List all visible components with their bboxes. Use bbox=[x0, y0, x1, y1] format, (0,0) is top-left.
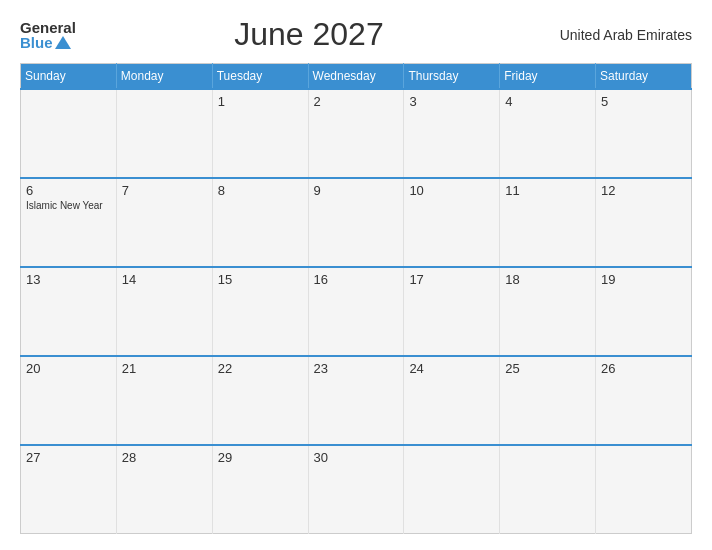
calendar-cell: 30 bbox=[308, 445, 404, 534]
page-header: General Blue June 2027 United Arab Emira… bbox=[20, 16, 692, 53]
day-of-week-thursday: Thursday bbox=[404, 64, 500, 90]
calendar-cell: 16 bbox=[308, 267, 404, 356]
day-number: 24 bbox=[409, 361, 494, 376]
calendar-cell bbox=[21, 89, 117, 178]
day-number: 30 bbox=[314, 450, 399, 465]
day-number: 7 bbox=[122, 183, 207, 198]
calendar-week-1: 12345 bbox=[21, 89, 692, 178]
calendar-body: 123456Islamic New Year789101112131415161… bbox=[21, 89, 692, 534]
day-number: 26 bbox=[601, 361, 686, 376]
logo: General Blue bbox=[20, 20, 76, 50]
day-number: 17 bbox=[409, 272, 494, 287]
calendar-cell: 26 bbox=[596, 356, 692, 445]
calendar-cell: 11 bbox=[500, 178, 596, 267]
day-of-week-wednesday: Wednesday bbox=[308, 64, 404, 90]
calendar-week-3: 13141516171819 bbox=[21, 267, 692, 356]
day-number: 5 bbox=[601, 94, 686, 109]
day-of-week-sunday: Sunday bbox=[21, 64, 117, 90]
day-number: 4 bbox=[505, 94, 590, 109]
day-number: 1 bbox=[218, 94, 303, 109]
day-of-week-monday: Monday bbox=[116, 64, 212, 90]
calendar-cell: 6Islamic New Year bbox=[21, 178, 117, 267]
day-number: 14 bbox=[122, 272, 207, 287]
calendar-cell: 9 bbox=[308, 178, 404, 267]
calendar-cell: 15 bbox=[212, 267, 308, 356]
day-number: 3 bbox=[409, 94, 494, 109]
day-number: 13 bbox=[26, 272, 111, 287]
day-number: 25 bbox=[505, 361, 590, 376]
calendar-cell bbox=[500, 445, 596, 534]
calendar-cell: 10 bbox=[404, 178, 500, 267]
calendar-cell: 24 bbox=[404, 356, 500, 445]
day-number: 22 bbox=[218, 361, 303, 376]
day-number: 8 bbox=[218, 183, 303, 198]
calendar-cell: 17 bbox=[404, 267, 500, 356]
calendar-cell: 19 bbox=[596, 267, 692, 356]
day-number: 16 bbox=[314, 272, 399, 287]
calendar-cell: 28 bbox=[116, 445, 212, 534]
calendar-cell: 4 bbox=[500, 89, 596, 178]
day-number: 20 bbox=[26, 361, 111, 376]
day-number: 12 bbox=[601, 183, 686, 198]
calendar-cell: 25 bbox=[500, 356, 596, 445]
month-title: June 2027 bbox=[76, 16, 542, 53]
day-number: 15 bbox=[218, 272, 303, 287]
day-number: 2 bbox=[314, 94, 399, 109]
logo-triangle-icon bbox=[55, 36, 71, 49]
calendar-cell: 12 bbox=[596, 178, 692, 267]
day-of-week-tuesday: Tuesday bbox=[212, 64, 308, 90]
calendar-cell: 20 bbox=[21, 356, 117, 445]
calendar-cell: 2 bbox=[308, 89, 404, 178]
calendar-week-5: 27282930 bbox=[21, 445, 692, 534]
day-number: 11 bbox=[505, 183, 590, 198]
calendar-cell: 29 bbox=[212, 445, 308, 534]
calendar-header: SundayMondayTuesdayWednesdayThursdayFrid… bbox=[21, 64, 692, 90]
calendar-cell: 21 bbox=[116, 356, 212, 445]
day-of-week-friday: Friday bbox=[500, 64, 596, 90]
calendar-cell: 13 bbox=[21, 267, 117, 356]
day-number: 10 bbox=[409, 183, 494, 198]
calendar-cell: 7 bbox=[116, 178, 212, 267]
event-label: Islamic New Year bbox=[26, 200, 111, 211]
calendar-cell: 14 bbox=[116, 267, 212, 356]
country-label: United Arab Emirates bbox=[542, 27, 692, 43]
day-number: 18 bbox=[505, 272, 590, 287]
calendar-table: SundayMondayTuesdayWednesdayThursdayFrid… bbox=[20, 63, 692, 534]
days-of-week-row: SundayMondayTuesdayWednesdayThursdayFrid… bbox=[21, 64, 692, 90]
day-number: 6 bbox=[26, 183, 111, 198]
day-number: 28 bbox=[122, 450, 207, 465]
calendar-cell: 5 bbox=[596, 89, 692, 178]
calendar-cell: 22 bbox=[212, 356, 308, 445]
calendar-cell bbox=[116, 89, 212, 178]
day-number: 21 bbox=[122, 361, 207, 376]
calendar-week-4: 20212223242526 bbox=[21, 356, 692, 445]
day-number: 19 bbox=[601, 272, 686, 287]
calendar-cell: 1 bbox=[212, 89, 308, 178]
day-number: 29 bbox=[218, 450, 303, 465]
calendar-cell: 18 bbox=[500, 267, 596, 356]
day-number: 27 bbox=[26, 450, 111, 465]
calendar-cell bbox=[404, 445, 500, 534]
calendar-cell bbox=[596, 445, 692, 534]
day-number: 9 bbox=[314, 183, 399, 198]
calendar-cell: 3 bbox=[404, 89, 500, 178]
day-of-week-saturday: Saturday bbox=[596, 64, 692, 90]
logo-general-text: General bbox=[20, 20, 76, 35]
calendar-cell: 27 bbox=[21, 445, 117, 534]
logo-blue-text: Blue bbox=[20, 35, 71, 50]
day-number: 23 bbox=[314, 361, 399, 376]
calendar-cell: 23 bbox=[308, 356, 404, 445]
calendar-cell: 8 bbox=[212, 178, 308, 267]
calendar-week-2: 6Islamic New Year789101112 bbox=[21, 178, 692, 267]
